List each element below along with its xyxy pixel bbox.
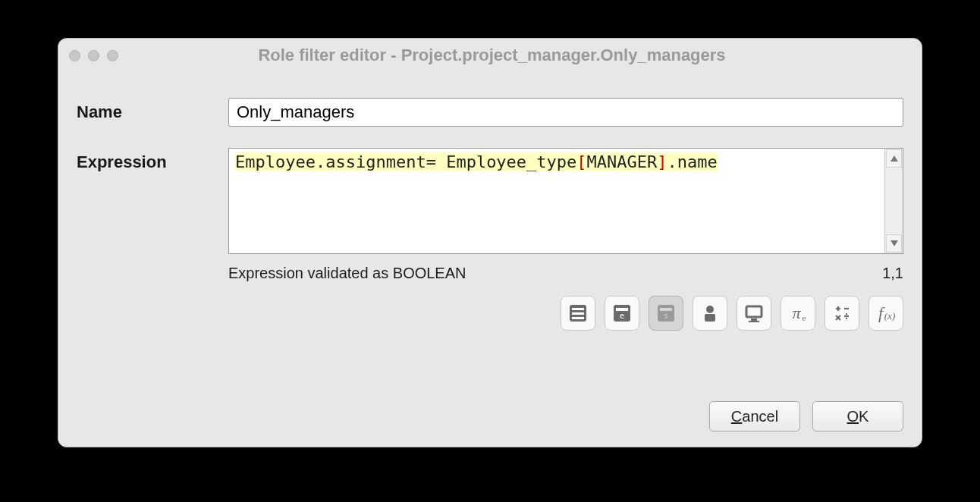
person-icon[interactable] bbox=[693, 296, 727, 331]
ok-rest: K bbox=[859, 408, 868, 425]
function-icon[interactable]: f(x) bbox=[868, 296, 903, 331]
ok-button[interactable]: OK bbox=[812, 401, 903, 431]
validation-message: Expression validated as BOOLEAN bbox=[228, 265, 466, 282]
svg-rect-14 bbox=[749, 321, 759, 322]
expression-label: Expression bbox=[77, 148, 228, 172]
svg-rect-12 bbox=[746, 306, 762, 317]
expression-row: Expression Employee.assignment= Employee… bbox=[77, 148, 903, 331]
expression-toolbar: e s πe bbox=[228, 296, 903, 331]
cancel-rest: ancel bbox=[742, 408, 778, 425]
dialog-body: Name Expression Employee.assignment= Emp… bbox=[58, 72, 922, 447]
expr-bracket-open: [ bbox=[576, 152, 586, 171]
scroll-up-icon[interactable] bbox=[886, 149, 902, 168]
vertical-scrollbar[interactable] bbox=[884, 149, 903, 253]
titlebar[interactable]: Role filter editor - Project.project_man… bbox=[58, 39, 922, 72]
svg-point-10 bbox=[706, 306, 714, 313]
ok-mnemonic: O bbox=[847, 408, 859, 425]
svg-rect-1 bbox=[572, 308, 584, 310]
svg-text:e: e bbox=[620, 312, 624, 320]
svg-rect-13 bbox=[751, 318, 757, 321]
svg-text:s: s bbox=[664, 312, 668, 320]
svg-rect-8 bbox=[660, 308, 672, 311]
svg-point-24 bbox=[846, 318, 847, 319]
svg-point-23 bbox=[846, 313, 847, 315]
expr-part: Employee.assignment= Employee_type bbox=[235, 152, 576, 171]
cancel-mnemonic: C bbox=[731, 408, 742, 425]
name-input[interactable] bbox=[228, 98, 903, 127]
monitor-icon[interactable] bbox=[737, 296, 771, 331]
expr-part: MANAGER bbox=[587, 152, 658, 171]
svg-text:(x): (x) bbox=[884, 310, 895, 322]
entity-icon[interactable]: e bbox=[605, 296, 639, 331]
svg-rect-5 bbox=[616, 308, 628, 311]
svg-rect-3 bbox=[572, 317, 584, 319]
scroll-down-icon[interactable] bbox=[886, 234, 902, 253]
expression-editor[interactable]: Employee.assignment= Employee_type[MANAG… bbox=[228, 148, 903, 254]
bars-icon[interactable] bbox=[561, 296, 595, 331]
expr-bracket-close: ] bbox=[657, 152, 667, 171]
window-title: Role filter editor - Project.project_man… bbox=[73, 45, 911, 65]
expression-text[interactable]: Employee.assignment= Employee_type[MANAG… bbox=[229, 149, 884, 253]
svg-text:π: π bbox=[792, 303, 801, 322]
svg-text:e: e bbox=[803, 313, 806, 322]
string-icon[interactable]: s bbox=[649, 296, 683, 331]
cursor-position: 1,1 bbox=[882, 265, 903, 282]
name-label: Name bbox=[77, 98, 228, 122]
operators-icon[interactable] bbox=[825, 296, 859, 331]
pi-icon[interactable]: πe bbox=[781, 296, 815, 331]
svg-rect-2 bbox=[572, 312, 584, 315]
status-row: Expression validated as BOOLEAN 1,1 bbox=[228, 265, 903, 282]
name-row: Name bbox=[77, 98, 903, 127]
dialog-window: Role filter editor - Project.project_man… bbox=[58, 38, 922, 447]
svg-rect-11 bbox=[705, 314, 715, 322]
cancel-button[interactable]: Cancel bbox=[709, 401, 800, 431]
dialog-footer: Cancel OK bbox=[77, 378, 903, 431]
expr-part: .name bbox=[667, 152, 718, 171]
